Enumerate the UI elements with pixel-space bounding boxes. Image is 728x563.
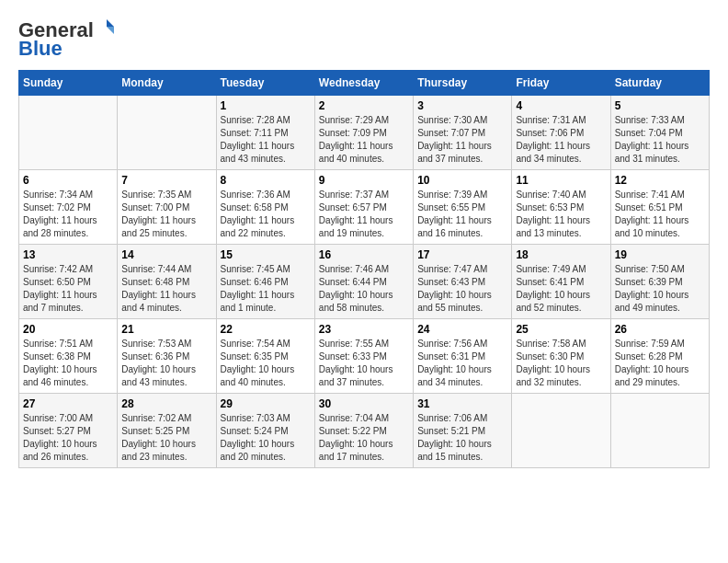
calendar-cell: 26Sunrise: 7:59 AMSunset: 6:28 PMDayligh… <box>610 319 709 394</box>
calendar-cell: 17Sunrise: 7:47 AMSunset: 6:43 PMDayligh… <box>414 245 512 319</box>
day-info: Sunrise: 7:40 AMSunset: 6:53 PMDaylight:… <box>516 189 606 240</box>
day-number: 9 <box>319 174 409 187</box>
svg-marker-1 <box>107 27 114 34</box>
day-header-tuesday: Tuesday <box>216 71 314 96</box>
calendar-cell: 2Sunrise: 7:29 AMSunset: 7:09 PMDaylight… <box>314 96 413 170</box>
day-header-monday: Monday <box>118 71 216 96</box>
day-number: 30 <box>319 397 409 410</box>
day-info: Sunrise: 7:30 AMSunset: 7:07 PMDaylight:… <box>417 114 507 166</box>
day-info: Sunrise: 7:39 AMSunset: 6:55 PMDaylight:… <box>417 189 507 240</box>
calendar-cell <box>610 394 709 468</box>
day-number: 5 <box>615 99 705 112</box>
day-number: 23 <box>319 323 409 336</box>
day-header-wednesday: Wednesday <box>314 71 413 96</box>
day-info: Sunrise: 7:56 AMSunset: 6:31 PMDaylight:… <box>417 338 507 389</box>
logo-blue-text: Blue <box>18 37 63 61</box>
day-number: 31 <box>417 397 507 410</box>
day-number: 17 <box>417 248 507 261</box>
day-number: 8 <box>221 174 311 187</box>
calendar-cell: 7Sunrise: 7:35 AMSunset: 7:00 PMDaylight… <box>118 170 216 245</box>
day-info: Sunrise: 7:03 AMSunset: 5:24 PMDaylight:… <box>221 412 311 464</box>
calendar-cell: 9Sunrise: 7:37 AMSunset: 6:57 PMDaylight… <box>314 170 413 245</box>
day-number: 15 <box>221 248 311 261</box>
calendar-cell: 12Sunrise: 7:41 AMSunset: 6:51 PMDayligh… <box>610 170 709 245</box>
page-header: General Blue <box>18 18 710 61</box>
logo-icon <box>97 17 116 36</box>
day-number: 10 <box>417 174 507 187</box>
calendar-cell <box>118 96 216 170</box>
day-info: Sunrise: 7:46 AMSunset: 6:44 PMDaylight:… <box>319 263 409 315</box>
day-info: Sunrise: 7:59 AMSunset: 6:28 PMDaylight:… <box>615 338 705 389</box>
day-number: 22 <box>221 323 311 336</box>
day-info: Sunrise: 7:54 AMSunset: 6:35 PMDaylight:… <box>221 338 311 389</box>
day-number: 2 <box>319 99 409 112</box>
calendar-cell <box>19 96 118 170</box>
day-info: Sunrise: 7:47 AMSunset: 6:43 PMDaylight:… <box>417 263 507 315</box>
day-number: 12 <box>615 174 705 187</box>
day-info: Sunrise: 7:02 AMSunset: 5:25 PMDaylight:… <box>121 412 211 464</box>
day-number: 11 <box>516 174 606 187</box>
day-number: 29 <box>221 397 311 410</box>
calendar-cell: 27Sunrise: 7:00 AMSunset: 5:27 PMDayligh… <box>19 394 118 468</box>
day-number: 25 <box>516 323 606 336</box>
day-info: Sunrise: 7:41 AMSunset: 6:51 PMDaylight:… <box>615 189 705 240</box>
day-number: 21 <box>121 323 211 336</box>
calendar-cell: 5Sunrise: 7:33 AMSunset: 7:04 PMDaylight… <box>610 96 709 170</box>
day-info: Sunrise: 7:51 AMSunset: 6:38 PMDaylight:… <box>23 338 113 389</box>
calendar-cell: 23Sunrise: 7:55 AMSunset: 6:33 PMDayligh… <box>314 319 413 394</box>
day-number: 14 <box>121 248 211 261</box>
day-number: 1 <box>221 99 311 112</box>
calendar-cell: 8Sunrise: 7:36 AMSunset: 6:58 PMDaylight… <box>216 170 314 245</box>
day-number: 4 <box>516 99 606 112</box>
calendar-cell: 11Sunrise: 7:40 AMSunset: 6:53 PMDayligh… <box>512 170 610 245</box>
calendar-cell: 28Sunrise: 7:02 AMSunset: 5:25 PMDayligh… <box>118 394 216 468</box>
day-number: 7 <box>121 174 211 187</box>
logo: General Blue <box>18 18 116 61</box>
calendar-cell: 21Sunrise: 7:53 AMSunset: 6:36 PMDayligh… <box>118 319 216 394</box>
calendar-cell: 29Sunrise: 7:03 AMSunset: 5:24 PMDayligh… <box>216 394 314 468</box>
day-header-saturday: Saturday <box>610 71 709 96</box>
day-number: 24 <box>417 323 507 336</box>
svg-marker-0 <box>107 19 114 27</box>
calendar-cell: 19Sunrise: 7:50 AMSunset: 6:39 PMDayligh… <box>610 245 709 319</box>
day-info: Sunrise: 7:00 AMSunset: 5:27 PMDaylight:… <box>23 412 113 464</box>
day-info: Sunrise: 7:58 AMSunset: 6:30 PMDaylight:… <box>516 338 606 389</box>
day-info: Sunrise: 7:49 AMSunset: 6:41 PMDaylight:… <box>516 263 606 315</box>
day-number: 28 <box>121 397 211 410</box>
calendar-cell: 3Sunrise: 7:30 AMSunset: 7:07 PMDaylight… <box>414 96 512 170</box>
day-info: Sunrise: 7:29 AMSunset: 7:09 PMDaylight:… <box>319 114 409 166</box>
calendar-cell: 15Sunrise: 7:45 AMSunset: 6:46 PMDayligh… <box>216 245 314 319</box>
calendar-cell: 18Sunrise: 7:49 AMSunset: 6:41 PMDayligh… <box>512 245 610 319</box>
day-info: Sunrise: 7:31 AMSunset: 7:06 PMDaylight:… <box>516 114 606 166</box>
day-number: 20 <box>23 323 113 336</box>
calendar-cell: 6Sunrise: 7:34 AMSunset: 7:02 PMDaylight… <box>19 170 118 245</box>
calendar-cell: 1Sunrise: 7:28 AMSunset: 7:11 PMDaylight… <box>216 96 314 170</box>
day-number: 27 <box>23 397 113 410</box>
calendar-cell: 14Sunrise: 7:44 AMSunset: 6:48 PMDayligh… <box>118 245 216 319</box>
calendar-cell: 16Sunrise: 7:46 AMSunset: 6:44 PMDayligh… <box>314 245 413 319</box>
calendar-cell: 22Sunrise: 7:54 AMSunset: 6:35 PMDayligh… <box>216 319 314 394</box>
day-info: Sunrise: 7:04 AMSunset: 5:22 PMDaylight:… <box>319 412 409 464</box>
day-info: Sunrise: 7:34 AMSunset: 7:02 PMDaylight:… <box>23 189 113 240</box>
day-info: Sunrise: 7:37 AMSunset: 6:57 PMDaylight:… <box>319 189 409 240</box>
day-header-sunday: Sunday <box>19 71 118 96</box>
day-info: Sunrise: 7:33 AMSunset: 7:04 PMDaylight:… <box>615 114 705 166</box>
day-header-friday: Friday <box>512 71 610 96</box>
day-info: Sunrise: 7:28 AMSunset: 7:11 PMDaylight:… <box>221 114 311 166</box>
day-info: Sunrise: 7:50 AMSunset: 6:39 PMDaylight:… <box>615 263 705 315</box>
day-info: Sunrise: 7:45 AMSunset: 6:46 PMDaylight:… <box>221 263 311 315</box>
day-number: 19 <box>615 248 705 261</box>
day-info: Sunrise: 7:42 AMSunset: 6:50 PMDaylight:… <box>23 263 113 315</box>
calendar-cell: 25Sunrise: 7:58 AMSunset: 6:30 PMDayligh… <box>512 319 610 394</box>
day-number: 18 <box>516 248 606 261</box>
calendar-cell: 31Sunrise: 7:06 AMSunset: 5:21 PMDayligh… <box>414 394 512 468</box>
calendar-cell: 10Sunrise: 7:39 AMSunset: 6:55 PMDayligh… <box>414 170 512 245</box>
calendar-cell <box>512 394 610 468</box>
calendar-cell: 13Sunrise: 7:42 AMSunset: 6:50 PMDayligh… <box>19 245 118 319</box>
day-number: 16 <box>319 248 409 261</box>
day-info: Sunrise: 7:36 AMSunset: 6:58 PMDaylight:… <box>221 189 311 240</box>
day-info: Sunrise: 7:44 AMSunset: 6:48 PMDaylight:… <box>121 263 211 315</box>
calendar-cell: 24Sunrise: 7:56 AMSunset: 6:31 PMDayligh… <box>414 319 512 394</box>
day-number: 13 <box>23 248 113 261</box>
day-number: 3 <box>417 99 507 112</box>
